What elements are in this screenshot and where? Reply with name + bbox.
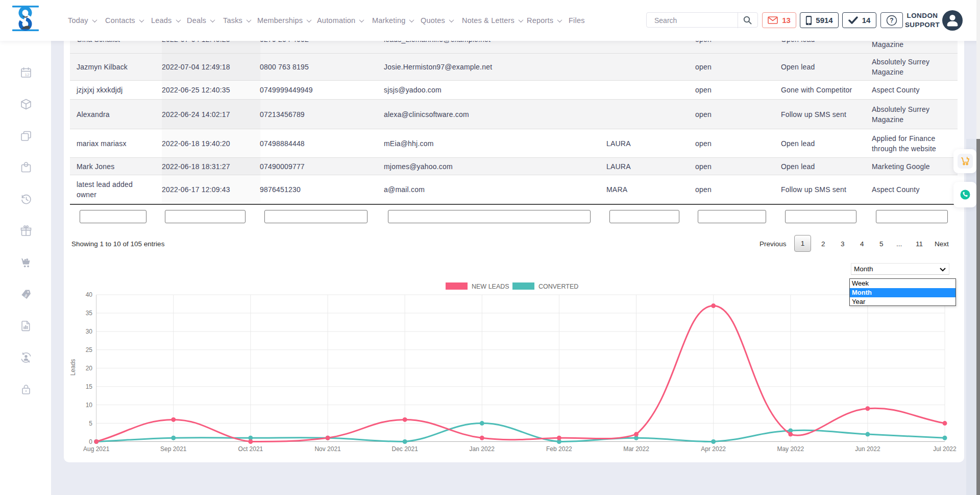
svg-text:Nov 2021: Nov 2021 bbox=[314, 445, 341, 453]
svg-text:CONVERTED: CONVERTED bbox=[538, 283, 578, 290]
svg-text:Jan 2022: Jan 2022 bbox=[470, 445, 495, 453]
svg-text:12: 12 bbox=[25, 73, 30, 77]
svg-text:Leads: Leads bbox=[69, 359, 77, 376]
svg-text:0: 0 bbox=[89, 438, 92, 445]
svg-text:30: 30 bbox=[86, 328, 93, 335]
svg-text:Dec 2021: Dec 2021 bbox=[392, 445, 419, 453]
svg-text:10: 10 bbox=[86, 402, 93, 409]
svg-text:Jun 2022: Jun 2022 bbox=[855, 445, 880, 453]
svg-text:Apr 2022: Apr 2022 bbox=[701, 445, 726, 453]
svg-text:25: 25 bbox=[86, 346, 93, 353]
svg-text:40: 40 bbox=[86, 291, 93, 298]
svg-text:Oct 2021: Oct 2021 bbox=[238, 445, 263, 453]
svg-text:Aug 2021: Aug 2021 bbox=[83, 445, 110, 453]
svg-text:NEW LEADS: NEW LEADS bbox=[472, 283, 509, 290]
svg-text:Feb 2022: Feb 2022 bbox=[546, 445, 572, 453]
svg-text:Jul 2022: Jul 2022 bbox=[933, 445, 957, 453]
svg-text:15: 15 bbox=[86, 383, 93, 390]
svg-text:Mar 2022: Mar 2022 bbox=[623, 445, 649, 453]
svg-text:?: ? bbox=[890, 17, 893, 24]
svg-text:35: 35 bbox=[86, 310, 93, 317]
svg-text:20: 20 bbox=[86, 365, 93, 372]
svg-text:5: 5 bbox=[89, 420, 92, 427]
svg-text:Sep 2021: Sep 2021 bbox=[160, 445, 187, 453]
svg-text:May 2022: May 2022 bbox=[777, 445, 804, 453]
